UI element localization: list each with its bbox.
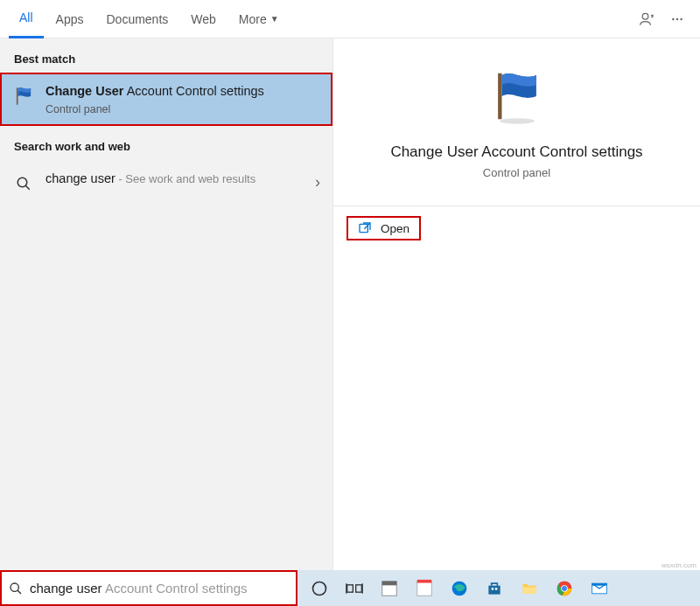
svg-point-10 [10,583,18,591]
svg-point-12 [313,582,326,595]
uac-flag-icon [12,85,35,108]
web-result-query: change user [46,171,116,185]
watermark: wsxdn.com [662,561,696,569]
search-typed-text: change user [30,581,102,596]
search-icon [12,172,35,195]
svg-point-0 [642,13,648,19]
best-match-subtitle: Control panel [46,103,320,115]
svg-point-2 [676,17,678,19]
preview-subtitle: Control panel [483,166,550,179]
svg-point-3 [680,17,682,19]
best-match-title-rest: Account Control settings [123,84,263,98]
open-button[interactable]: Open [347,217,420,240]
svg-point-5 [18,178,27,187]
search-box[interactable]: change user Account Control settings [0,570,298,606]
svg-rect-4 [17,87,18,105]
best-match-text: Change User Account Control settings Con… [46,83,320,115]
search-filter-tabs: All Apps Documents Web More ▼ [0,0,700,38]
web-result-suffix: - See work and web results [116,172,256,185]
search-input[interactable]: change user Account Control settings [30,581,289,596]
svg-rect-28 [592,583,607,586]
mail-icon[interactable] [583,570,616,606]
svg-rect-21 [492,588,494,590]
tab-apps[interactable]: Apps [46,0,94,38]
app-icon-1[interactable] [373,570,406,606]
more-options-icon[interactable] [663,5,691,33]
svg-rect-19 [417,581,432,596]
svg-rect-9 [360,224,368,232]
cortana-icon[interactable] [303,570,336,606]
svg-point-26 [562,586,567,591]
app-icon-2[interactable] [408,570,441,606]
uac-flag-icon-large [482,61,552,131]
svg-point-1 [672,17,674,19]
svg-rect-13 [347,584,354,591]
svg-rect-7 [498,73,501,120]
edge-icon[interactable] [443,570,476,606]
store-icon[interactable] [478,570,511,606]
section-best-match: Best match [0,38,332,73]
svg-line-11 [18,590,21,594]
file-explorer-icon[interactable] [513,570,546,606]
search-icon [9,582,23,596]
tab-documents[interactable]: Documents [95,0,178,38]
best-match-result[interactable]: Change User Account Control settings Con… [0,73,332,126]
svg-rect-23 [523,587,536,594]
best-match-title-bold: Change User [46,84,123,98]
search-results-body: Best match Change User Account Control s… [0,38,700,570]
chevron-right-icon: › [315,173,320,192]
taskbar-icons [298,570,700,606]
tab-more-label: More [239,12,267,26]
preview-pane: Change User Account Control settings Con… [332,38,700,570]
taskbar: change user Account Control settings [0,570,700,606]
open-label: Open [381,222,410,235]
svg-line-6 [25,185,30,190]
section-search-web: Search work and web [0,126,332,160]
task-view-icon[interactable] [338,570,371,606]
web-search-result[interactable]: change user - See work and web results › [0,160,332,205]
svg-rect-18 [382,581,397,585]
tab-web[interactable]: Web [180,0,227,38]
preview-actions: Open [333,206,700,250]
tab-all[interactable]: All [9,0,44,38]
open-icon [358,221,372,235]
feedback-icon[interactable] [634,5,662,33]
chevron-down-icon: ▼ [270,14,279,24]
results-list: Best match Change User Account Control s… [0,38,332,570]
svg-point-8 [500,118,534,124]
preview-title: Change User Account Control settings [390,143,642,161]
search-ghost-text: Account Control settings [102,581,248,596]
svg-rect-14 [356,584,362,591]
web-result-text: change user - See work and web results [46,171,299,187]
chrome-icon[interactable] [548,570,581,606]
svg-rect-22 [495,588,498,590]
tab-more[interactable]: More ▼ [228,0,290,38]
preview-header: Change User Account Control settings Con… [333,38,700,206]
